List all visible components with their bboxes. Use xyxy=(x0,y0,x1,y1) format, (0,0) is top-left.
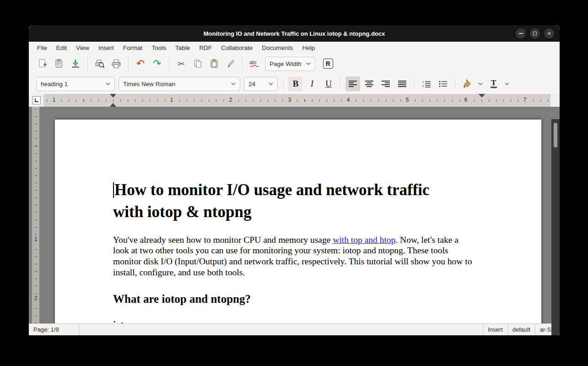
style-value: heading 1 xyxy=(41,81,68,87)
maximize-button[interactable] xyxy=(530,28,540,38)
italic-button[interactable]: I xyxy=(305,76,319,91)
menu-file[interactable]: File xyxy=(32,42,52,54)
new-document-icon xyxy=(38,59,48,69)
svg-text:1: 1 xyxy=(422,81,424,83)
toolbar-separator xyxy=(414,78,415,90)
window-controls: ✕ xyxy=(516,28,554,38)
copy-icon xyxy=(193,59,203,69)
save-icon xyxy=(70,59,81,69)
document-heading-2[interactable]: What are iotop and ntopng? xyxy=(113,293,473,306)
undo-icon: ↶ xyxy=(136,59,145,69)
open-folder-icon xyxy=(54,59,64,69)
redo-button[interactable]: ↷ xyxy=(150,56,164,71)
menu-insert[interactable]: Insert xyxy=(94,42,119,54)
print-icon xyxy=(111,59,122,69)
toolbar-separator xyxy=(455,78,455,90)
font-size-select[interactable]: 24 xyxy=(244,77,278,91)
toolbar-separator xyxy=(87,58,88,70)
style-select[interactable]: heading 1 xyxy=(36,77,115,91)
underline-label: U xyxy=(325,79,332,89)
print-preview-button[interactable] xyxy=(92,56,107,71)
save-button[interactable] xyxy=(68,56,83,71)
open-button[interactable] xyxy=(52,56,66,71)
italic-label: I xyxy=(311,79,313,89)
copy-button[interactable] xyxy=(190,56,205,71)
menu-rdf[interactable]: RDF xyxy=(194,42,216,54)
ruler-number: 2 xyxy=(32,295,39,301)
new-document-button[interactable] xyxy=(35,56,50,71)
menu-help[interactable]: Help xyxy=(297,42,319,54)
bold-button[interactable]: B xyxy=(288,76,303,91)
highlight-color-menu-button[interactable] xyxy=(476,76,485,91)
menu-edit[interactable]: Edit xyxy=(52,42,71,54)
chevron-down-icon xyxy=(505,82,509,85)
close-button[interactable]: ✕ xyxy=(544,28,554,38)
minimize-button[interactable] xyxy=(516,28,526,38)
svg-text:2: 2 xyxy=(422,85,424,87)
chevron-down-icon xyxy=(106,82,110,85)
vertical-scrollbar[interactable] xyxy=(551,119,560,335)
chevron-down-icon xyxy=(231,82,236,85)
document-page[interactable]: How to monitor I/O usage and network tra… xyxy=(55,120,541,323)
print-button[interactable] xyxy=(109,56,124,71)
font-color-button[interactable]: T xyxy=(486,76,501,91)
align-right-button[interactable] xyxy=(378,76,393,91)
right-indent-marker[interactable] xyxy=(479,94,485,98)
numbered-list-button[interactable]: 1 2 xyxy=(419,76,434,91)
font-color-icon: T xyxy=(489,79,498,89)
tab-left-icon xyxy=(35,98,38,102)
ruler-number: 1 xyxy=(169,97,175,103)
font-value: Times New Roman xyxy=(123,81,175,87)
menu-tools[interactable]: Tools xyxy=(147,42,171,54)
undo-button[interactable]: ↶ xyxy=(133,56,148,71)
numbered-list-icon: 1 2 xyxy=(422,80,431,87)
abiword-window: Monitoring IO and Network Traffic on Lin… xyxy=(29,25,560,335)
spellcheck-button[interactable]: abc xyxy=(248,56,262,71)
page-indicator: Page: 1/9 xyxy=(29,324,79,335)
zoom-select[interactable]: Page Width xyxy=(265,57,315,71)
bold-label: B xyxy=(293,79,299,89)
highlight-color-button[interactable] xyxy=(460,76,475,91)
horizontal-ruler[interactable]: 1 1 2 3 4 5 6 7 xyxy=(43,94,550,107)
tab-selector[interactable] xyxy=(32,96,41,104)
menu-collaborate[interactable]: Collaborate xyxy=(216,42,257,54)
left-indent-marker[interactable] xyxy=(110,103,116,107)
insert-mode-indicator[interactable]: Insert xyxy=(483,324,507,335)
hyperlink-top-htop[interactable]: with top and htop xyxy=(333,235,395,245)
vertical-ruler[interactable]: 1 2 xyxy=(32,107,39,323)
style-indicator[interactable]: default xyxy=(507,324,535,335)
ruler-row: 1 1 2 3 4 5 6 7 xyxy=(29,94,560,107)
align-center-button[interactable] xyxy=(362,76,377,91)
revisions-button[interactable]: R xyxy=(321,56,335,71)
spellcheck-icon: abc xyxy=(249,59,261,69)
underline-button[interactable]: U xyxy=(321,76,336,91)
ruler-number: 1 xyxy=(51,97,57,103)
menu-format[interactable]: Format xyxy=(119,42,147,54)
toolbar-separator xyxy=(169,58,169,70)
bulleted-list-button[interactable] xyxy=(436,76,450,91)
font-select[interactable]: Times New Roman xyxy=(119,77,240,91)
format-painter-button[interactable] xyxy=(223,56,238,71)
title-bar[interactable]: Monitoring IO and Network Traffic on Lin… xyxy=(29,25,560,42)
cut-button[interactable]: ✂ xyxy=(174,56,189,71)
align-left-button[interactable] xyxy=(345,76,360,91)
first-line-indent-marker[interactable] xyxy=(110,94,116,98)
paragraph-text: You've already seen how to monitor CPU a… xyxy=(113,235,333,245)
document-heading-3[interactable]: iotop xyxy=(113,319,473,323)
scrollbar-thumb[interactable] xyxy=(554,123,557,147)
ruler-number: 2 xyxy=(228,97,234,103)
redo-icon: ↷ xyxy=(153,59,161,69)
formatting-toolbar: heading 1 Times New Roman 24 B I U xyxy=(29,74,560,94)
menu-table[interactable]: Table xyxy=(171,42,194,54)
font-color-menu-button[interactable] xyxy=(503,76,511,91)
ruler-number: 4 xyxy=(345,97,351,103)
maximize-icon xyxy=(533,32,537,35)
chevron-down-icon xyxy=(478,82,483,85)
menu-documents[interactable]: Documents xyxy=(257,42,297,54)
document-paragraph[interactable]: You've already seen how to monitor CPU a… xyxy=(113,235,473,278)
bulleted-list-icon xyxy=(438,80,448,87)
document-heading-1[interactable]: How to monitor I/O usage and network tra… xyxy=(113,179,442,224)
menu-view[interactable]: View xyxy=(71,42,94,54)
align-justify-button[interactable] xyxy=(395,76,410,91)
paste-button[interactable] xyxy=(207,56,221,71)
